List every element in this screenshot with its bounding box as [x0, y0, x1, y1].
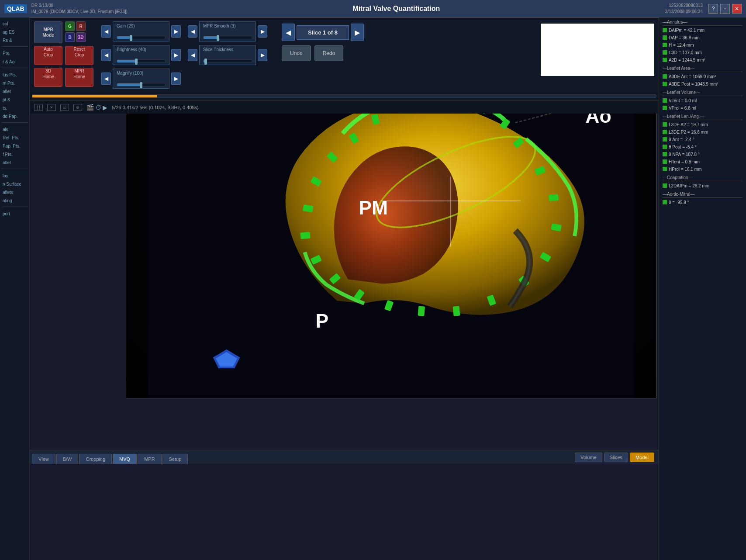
- view-btn-model[interactable]: Model: [630, 453, 654, 462]
- gain-thumb[interactable]: [130, 35, 132, 41]
- sidebar-item-pts[interactable]: Pts.: [1, 49, 28, 58]
- sidebar-item-port[interactable]: port: [1, 210, 28, 218]
- g-button[interactable]: G: [65, 21, 75, 31]
- rs-color-theta-ant: [663, 137, 667, 142]
- rs-item-l2daipm: L2DAIPm = 26.2 mm: [663, 183, 743, 189]
- view-btn-slices[interactable]: Slices: [604, 453, 628, 462]
- rs-item-hprol: HProl = 16.1 mm: [663, 166, 743, 173]
- sidebar-item-ts[interactable]: ts.: [1, 104, 28, 112]
- redo-button[interactable]: Redo: [314, 45, 344, 61]
- tabs-area: View B/W Cropping MVQ MPR Setup Volume S…: [30, 450, 659, 464]
- rs-label-htent: HTent = 0.8 mm: [669, 159, 700, 165]
- sidebar-item-ddpap[interactable]: dd Pap.: [1, 112, 28, 121]
- sidebar-item-luspts[interactable]: lus Pts.: [1, 71, 28, 79]
- gain-prev-button[interactable]: ◀: [101, 25, 111, 38]
- auto-crop-button[interactable]: AutoCrop: [34, 46, 62, 65]
- 3d-button[interactable]: 3D: [76, 32, 86, 42]
- mpr-smooth-thumb[interactable]: [217, 35, 219, 41]
- slice-thickness-next-button[interactable]: ▶: [258, 49, 267, 61]
- minimize-button[interactable]: −: [720, 4, 730, 14]
- close-button[interactable]: ✕: [732, 4, 742, 14]
- rs-color-dap: [663, 35, 667, 40]
- rs-label-vtent: VTent = 0.0 ml: [669, 98, 697, 104]
- reset-crop-button[interactable]: ResetCrop: [65, 46, 93, 65]
- rs-item-l3de-p2: L3DE P2 = 26.6 mm: [663, 129, 743, 135]
- tab-cropping[interactable]: Cropping: [79, 454, 112, 464]
- sidebar-item-nting[interactable]: nting: [1, 197, 28, 205]
- sidebar-divider-2: [1, 68, 28, 69]
- slice-next-button[interactable]: ▶: [351, 24, 364, 41]
- brightness-thumb[interactable]: [135, 59, 138, 65]
- 3d-home-button[interactable]: 3DHome: [34, 68, 62, 87]
- tab-bw[interactable]: B/W: [56, 454, 79, 464]
- sidebar-divider-4: [1, 169, 28, 170]
- bottom-controls: MPRMode G R B 3D AutoCrop: [30, 17, 659, 114]
- sidebar-item-aflet[interactable]: aflet: [1, 87, 28, 96]
- help-button[interactable]: ?: [708, 4, 718, 14]
- gain-next-button[interactable]: ▶: [171, 25, 181, 38]
- mpr-smooth-next-button[interactable]: ▶: [258, 25, 267, 38]
- sidebar-item-refpts[interactable]: Ref. Pts.: [1, 134, 28, 142]
- rs-color-hprol: [663, 167, 667, 171]
- slice-thickness-thumb[interactable]: [204, 59, 207, 65]
- sidebar-item-rs[interactable]: Rs &: [1, 36, 28, 45]
- section-title-leaflet-vol: —Leaflet Volume—: [663, 90, 743, 96]
- mpr-mode-button[interactable]: MPRMode: [34, 21, 62, 43]
- magnify-fill: [117, 83, 141, 86]
- sidebar-item-rao[interactable]: r & Ao: [1, 58, 28, 66]
- view-btn-volume[interactable]: Volume: [575, 453, 602, 462]
- gain-track[interactable]: [117, 36, 166, 39]
- rs-item-l3de-a2: L3DE A2 = 19.7 mm: [663, 122, 743, 128]
- check-icon: ☑: [60, 104, 69, 111]
- sidebar-divider-1: [1, 46, 28, 48]
- rs-label-dap: DAP = 36.8 mm: [669, 35, 700, 41]
- r-button[interactable]: R: [76, 21, 86, 31]
- tab-view[interactable]: View: [32, 454, 55, 464]
- sidebar-item-lay[interactable]: lay: [1, 172, 28, 180]
- rs-label-a3de-ant: A3DE Ant = 1069.0 mm²: [669, 74, 716, 80]
- gain-slider-box: Gain (29): [113, 21, 169, 41]
- timeline-bar[interactable]: [32, 94, 656, 98]
- sidebar-item-surface[interactable]: n Surface: [1, 180, 28, 188]
- mpr-smooth-track[interactable]: [203, 36, 252, 39]
- rs-label-l3de-p2: L3DE P2 = 26.6 mm: [669, 129, 708, 135]
- sidebar-item-leaflets[interactable]: aflets: [1, 188, 28, 197]
- svg-text:PM: PM: [359, 197, 388, 218]
- magnify-next-button[interactable]: ▶: [171, 73, 181, 85]
- magnify-track[interactable]: [117, 83, 166, 86]
- sidebar-item-col[interactable]: col: [1, 20, 28, 28]
- section-title-coaptation: —Coaptation—: [663, 175, 743, 181]
- qlab-logo: QLAB: [4, 4, 27, 13]
- sidebar-item-fpts[interactable]: f Pts.: [1, 150, 28, 159]
- rs-item-a2d: A2D = 1244.5 mm²: [663, 57, 743, 63]
- rs-item-dap: DAP = 36.8 mm: [663, 35, 743, 41]
- rs-item-daipm: DAIPm = 42.1 mm: [663, 28, 743, 34]
- sidebar-item-ages[interactable]: ag ES: [1, 28, 28, 36]
- sidebar-item-leaflet[interactable]: aflet: [1, 159, 28, 167]
- rs-item-a3de-ant: A3DE Ant = 1069.0 mm²: [663, 74, 743, 80]
- mpr-smooth-prev-button[interactable]: ◀: [188, 25, 197, 38]
- section-title-leaflet-area: —Leaflet Area—: [663, 66, 743, 72]
- sidebar-item-pappts[interactable]: Pap. Pts.: [1, 142, 28, 150]
- title-bar: QLAB DR 3/13/08 IM_0079 (DICOM 3DCV, Liv…: [0, 0, 746, 17]
- sidebar-item-pt[interactable]: pt &: [1, 96, 28, 104]
- tab-mpr[interactable]: MPR: [138, 454, 161, 464]
- slice-prev-button[interactable]: ◀: [282, 24, 295, 41]
- bracket-icon: [ ]: [34, 104, 43, 111]
- magnify-thumb[interactable]: [140, 82, 142, 88]
- tab-mvq[interactable]: MVQ: [113, 454, 137, 464]
- b-button[interactable]: B: [65, 32, 75, 42]
- slice-thickness-track[interactable]: [203, 59, 252, 63]
- magnify-prev-button[interactable]: ◀: [101, 73, 111, 85]
- timeline[interactable]: [30, 92, 659, 100]
- sidebar-item-als[interactable]: als: [1, 125, 28, 134]
- title-bar-left: QLAB DR 3/13/08 IM_0079 (DICOM 3DCV, Liv…: [4, 3, 128, 15]
- tab-setup[interactable]: Setup: [162, 454, 188, 464]
- undo-button[interactable]: Undo: [282, 45, 311, 61]
- slice-thickness-prev-button[interactable]: ◀: [188, 49, 197, 61]
- sidebar-item-mpts[interactable]: m Pts.: [1, 79, 28, 87]
- mpr-home-button[interactable]: MPRHome: [65, 68, 93, 87]
- brightness-prev-button[interactable]: ◀: [101, 49, 111, 61]
- brightness-track[interactable]: [117, 59, 166, 63]
- brightness-next-button[interactable]: ▶: [171, 49, 181, 61]
